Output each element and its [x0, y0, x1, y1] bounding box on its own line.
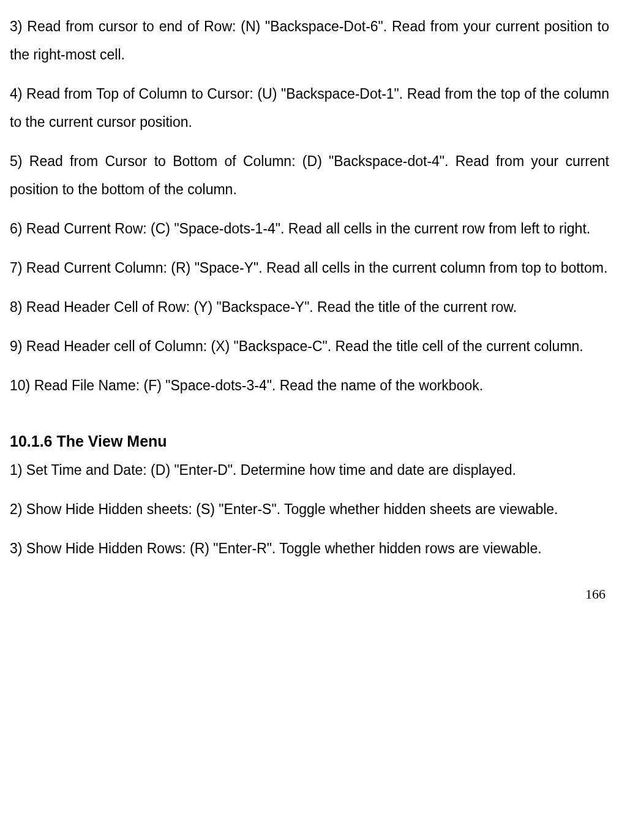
list-item: 10) Read File Name: (F) "Space-dots-3-4"…: [10, 371, 609, 399]
page-number: 166: [10, 581, 609, 608]
list-item: 8) Read Header Cell of Row: (Y) "Backspa…: [10, 293, 609, 321]
list-item: 3) Show Hide Hidden Rows: (R) "Enter-R".…: [10, 534, 609, 562]
list-item: 6) Read Current Row: (C) "Space-dots-1-4…: [10, 214, 609, 243]
list-item: 2) Show Hide Hidden sheets: (S) "Enter-S…: [10, 495, 609, 523]
section-heading: 10.1.6 The View Menu: [10, 430, 609, 453]
list-item: 4) Read from Top of Column to Cursor: (U…: [10, 80, 609, 136]
list-item: 3) Read from cursor to end of Row: (N) "…: [10, 12, 609, 69]
list-item: 7) Read Current Column: (R) "Space-Y". R…: [10, 254, 609, 282]
list-item: 5) Read from Cursor to Bottom of Column:…: [10, 147, 609, 203]
list-item: 9) Read Header cell of Column: (X) "Back…: [10, 332, 609, 360]
list-item: 1) Set Time and Date: (D) "Enter-D". Det…: [10, 456, 609, 484]
